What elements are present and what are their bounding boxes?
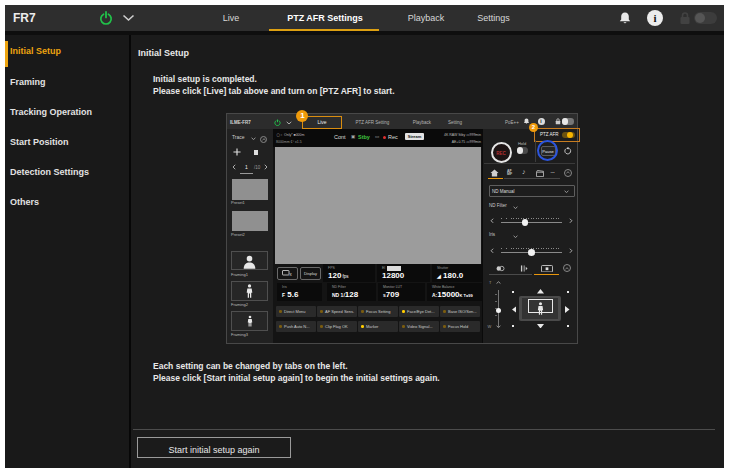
svg-text:x: x xyxy=(290,272,293,277)
